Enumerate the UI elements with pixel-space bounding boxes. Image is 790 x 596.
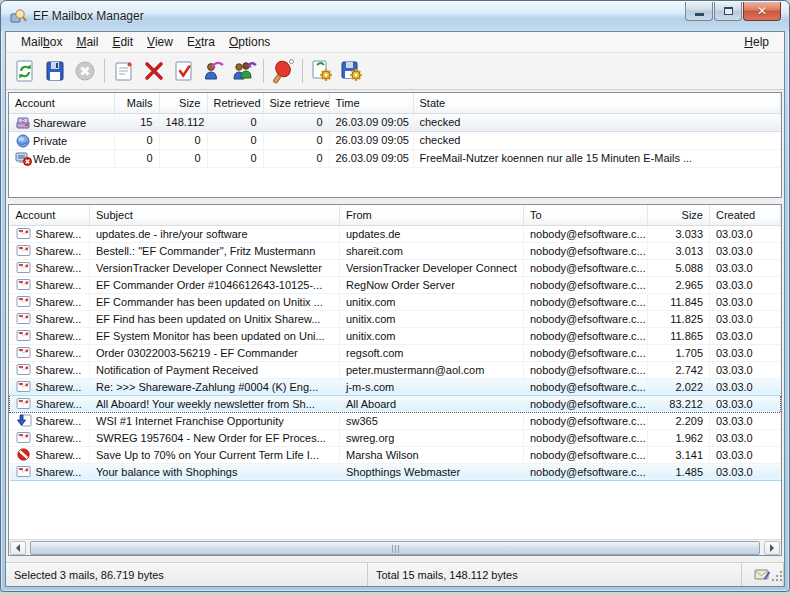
restore-button[interactable] [714,2,742,21]
app-icon [10,8,27,24]
mails-header-row: Account Subject From To Size Created [10,205,781,225]
delete-button[interactable] [139,56,169,86]
account-name: Shareware [33,117,86,129]
column-header-state[interactable]: State [413,93,781,113]
menu-mail[interactable]: Mail [69,33,105,51]
column-header-time[interactable]: Time [329,93,413,113]
scroll-right-arrow[interactable] [764,541,780,555]
export-button[interactable] [337,56,367,86]
users-forward-button[interactable] [229,56,259,86]
refresh-button[interactable] [10,56,40,86]
mail-subject: EF System Monitor has been updated on Un… [90,327,340,344]
mail-from: Shopthings Webmaster [340,463,524,480]
mail-row[interactable]: Sharew... All Aboard! Your weekly newsle… [10,395,781,412]
mail-row[interactable]: Sharew... EF System Monitor has been upd… [10,327,781,344]
menu-edit[interactable]: Edit [105,33,140,51]
save-icon [43,59,67,83]
scrollbar-thumb[interactable] [30,541,760,555]
status-selected: Selected 3 mails, 86.719 bytes [6,563,368,586]
mail-created: 03.03.0 [710,225,781,242]
mail-row[interactable]: Sharew... Your balance with Shophings Sh… [10,463,781,480]
mail-status-icon [16,414,33,427]
view-message-button[interactable] [109,56,139,86]
mail-row[interactable]: Sharew... updates.de - ihre/your softwar… [10,225,781,242]
column-header-retrieved[interactable]: Retrieved [207,93,263,113]
column-header-account[interactable]: Account [9,93,114,113]
client-area: Mailbox Mail Edit View Extra Options Hel… [5,31,785,587]
mail-to: nobody@efsoftware.c... [524,259,648,276]
mail-created: 03.03.0 [710,395,781,412]
mail-row[interactable]: Sharew... Save Up to 70% on Your Current… [10,446,781,463]
close-icon: ✕ [757,5,767,17]
mail-account: Sharew... [36,347,82,359]
toolbar-separator [263,59,264,83]
mail-subject: EF Commander Order #1046612643-10125-... [90,276,340,293]
mail-row[interactable]: Sharew... WSI #1 Internet Franchise Oppo… [10,412,781,429]
mail-row[interactable]: Sharew... SWREG 1957604 - New Order for … [10,429,781,446]
column-header-size-retrieved[interactable]: Size retrieved [263,93,329,113]
title-bar[interactable]: EF Mailbox Manager ✕ [1,1,789,31]
mail-from: shareit.com [340,242,524,259]
minimize-icon [695,13,704,16]
stop-button[interactable] [70,56,100,86]
import-button[interactable] [307,56,337,86]
mail-to: nobody@efsoftware.c... [524,429,648,446]
mail-row[interactable]: Sharew... Order 03022003-56219 - EF Comm… [10,344,781,361]
menu-options[interactable]: Options [222,33,277,51]
menu-view[interactable]: View [140,33,180,51]
mail-status-icon [16,346,33,359]
mail-status-icon [16,278,33,291]
column-header-account[interactable]: Account [10,205,90,225]
column-header-size[interactable]: Size [159,93,207,113]
mail-account: Sharew... [36,398,82,410]
mail-subject: Notification of Payment Received [90,361,340,378]
mail-row[interactable]: Sharew... EF Commander Order #1046612643… [10,276,781,293]
private-account-icon [15,133,33,148]
mail-status-icon [16,261,33,274]
column-header-size[interactable]: Size [648,205,710,225]
column-header-mails[interactable]: Mails [114,93,159,113]
account-row-webde[interactable]: Web.de 0 0 0 0 26.03.09 09:05 FreeMail-N… [9,149,781,167]
mail-row[interactable]: Sharew... Re: >>> Shareware-Zahlung #000… [10,378,781,395]
export-gear-icon [339,59,365,83]
mail-size: 1.962 [648,429,710,446]
mail-created: 03.03.0 [710,242,781,259]
mail-account: Sharew... [36,262,82,274]
mail-size: 5.088 [648,259,710,276]
menu-extra[interactable]: Extra [180,33,222,51]
minimize-button[interactable] [685,2,713,21]
scroll-left-arrow[interactable] [10,541,26,555]
column-header-from[interactable]: From [340,205,524,225]
refresh-icon [13,59,37,83]
mail-subject: VersionTracker Developer Connect Newslet… [90,259,340,276]
column-header-created[interactable]: Created [710,205,781,225]
mail-size: 3.141 [648,446,710,463]
mail-row[interactable]: Sharew... EF Find has been updated on Un… [10,310,781,327]
mail-row[interactable]: Sharew... Bestell.: "EF Commander", Frit… [10,242,781,259]
ping-button[interactable] [268,56,298,86]
horizontal-scrollbar[interactable] [9,539,781,555]
account-row-private[interactable]: Private 0 0 0 0 26.03.09 09:05 checked [9,131,781,149]
users-forward-icon [230,59,258,83]
mail-created: 03.03.0 [710,276,781,293]
mail-row[interactable]: Sharew... Notification of Payment Receiv… [10,361,781,378]
menu-mailbox[interactable]: Mailbox [14,33,69,51]
column-header-to[interactable]: To [524,205,648,225]
mail-from: j-m-s.com [340,378,524,395]
column-header-subject[interactable]: Subject [90,205,340,225]
mail-status-icon [16,227,33,240]
mail-size: 3.013 [648,242,710,259]
mail-from: swreg.org [340,429,524,446]
mail-row[interactable]: Sharew... VersionTracker Developer Conne… [10,259,781,276]
user-reply-button[interactable] [199,56,229,86]
mark-message-button[interactable] [169,56,199,86]
account-row-shareware[interactable]: Shareware 15 148.112 0 0 26.03.09 09:05 … [9,113,781,131]
close-button[interactable]: ✕ [743,2,781,21]
status-mail-icon [754,568,771,582]
resize-grip[interactable] [770,571,782,583]
menu-help[interactable]: Help [737,33,776,51]
save-button[interactable] [40,56,70,86]
mail-row[interactable]: Sharew... EF Commander has been updated … [10,293,781,310]
scrollbar-track[interactable] [28,541,762,555]
mail-subject: All Aboard! Your weekly newsletter from … [90,395,340,412]
